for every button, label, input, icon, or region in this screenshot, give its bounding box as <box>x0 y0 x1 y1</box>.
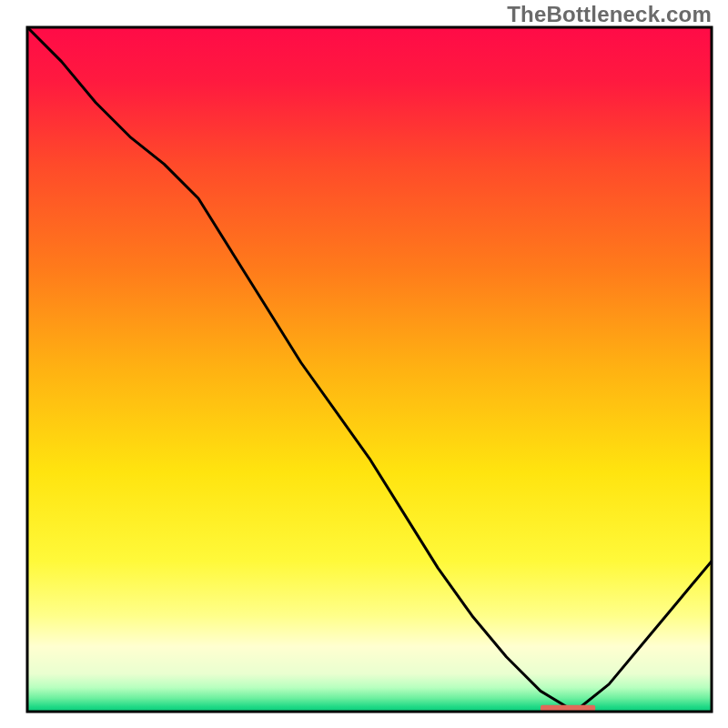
gradient-background <box>27 27 712 712</box>
chart-svg <box>0 0 728 728</box>
watermark-label: TheBottleneck.com <box>507 2 712 27</box>
chart-container: { "watermark": "TheBottleneck.com", "col… <box>0 0 728 728</box>
